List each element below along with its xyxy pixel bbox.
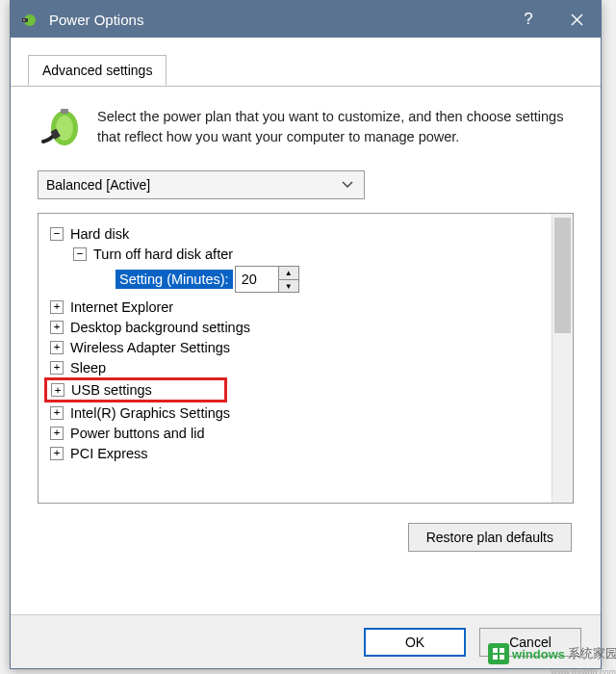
instruction-text: Select the power plan that you want to c…	[97, 107, 574, 153]
expand-icon[interactable]: +	[50, 300, 64, 314]
tree-node[interactable]: +USB settings	[44, 377, 227, 402]
tree-node-label: Power buttons and lid	[70, 426, 204, 441]
ok-button[interactable]: OK	[364, 628, 466, 657]
dialog-footer: OK Cancel	[11, 614, 601, 668]
tab-strip: Advanced settings	[28, 55, 601, 86]
tree-node[interactable]: −Hard disk	[50, 223, 548, 244]
header-row: Select the power plan that you want to c…	[38, 107, 574, 153]
tab-advanced-settings[interactable]: Advanced settings	[28, 55, 167, 86]
setting-label: Setting (Minutes):	[116, 270, 233, 289]
window-title: Power Options	[49, 12, 504, 28]
titlebar: Power Options ?	[11, 1, 601, 38]
tree-node-label: Wireless Adapter Settings	[70, 340, 230, 355]
expand-icon[interactable]: +	[50, 427, 64, 440]
restore-defaults-button[interactable]: Restore plan defaults	[408, 523, 572, 552]
tree-node[interactable]: +Sleep	[50, 357, 548, 377]
content-area: Advanced settings Select the power plan …	[11, 55, 601, 561]
tree-node-label: Desktop background settings	[70, 320, 250, 335]
setting-value[interactable]: 20	[236, 271, 278, 288]
expand-icon[interactable]: +	[50, 361, 64, 375]
help-button[interactable]: ?	[504, 1, 552, 38]
power-options-dialog: Power Options ? Advanced settings	[10, 0, 602, 669]
tree-node[interactable]: +Wireless Adapter Settings	[50, 337, 548, 357]
tree-node[interactable]: +Power buttons and lid	[50, 423, 548, 443]
tab-panel: Select the power plan that you want to c…	[11, 86, 601, 561]
tree-node-label: Hard disk	[70, 226, 129, 242]
svg-rect-7	[61, 109, 68, 114]
scrollbar-vertical[interactable]	[552, 214, 573, 503]
tree-node[interactable]: +Intel(R) Graphics Settings	[50, 402, 548, 423]
scroll-thumb[interactable]	[554, 218, 571, 333]
tree-node-label: Sleep	[70, 360, 106, 376]
collapse-icon[interactable]: −	[50, 227, 64, 241]
tree-node[interactable]: +Desktop background settings	[50, 317, 548, 337]
tree-node[interactable]: −Turn off hard disk after	[73, 244, 548, 264]
expand-icon[interactable]: +	[50, 447, 64, 460]
tree-node-label: PCI Express	[70, 446, 148, 461]
tree-node-label: Intel(R) Graphics Settings	[70, 405, 230, 421]
close-icon	[571, 13, 583, 26]
expand-icon[interactable]: +	[50, 406, 64, 420]
spin-up-button[interactable]: ▲	[279, 267, 298, 279]
power-plan-dropdown[interactable]: Balanced [Active]	[38, 170, 365, 199]
cancel-button[interactable]: Cancel	[479, 628, 581, 657]
svg-point-2	[23, 19, 25, 21]
tree-node-label: Internet Explorer	[70, 299, 173, 315]
expand-icon[interactable]: +	[50, 341, 64, 354]
settings-tree-container: −Hard disk−Turn off hard disk afterSetti…	[38, 213, 574, 504]
chevron-down-icon	[337, 175, 358, 194]
tree-node-label: Turn off hard disk after	[93, 246, 233, 262]
expand-icon[interactable]: +	[51, 383, 64, 397]
settings-tree[interactable]: −Hard disk−Turn off hard disk afterSetti…	[38, 214, 552, 503]
expand-icon[interactable]: +	[50, 321, 64, 334]
restore-row: Restore plan defaults	[38, 523, 574, 552]
power-plan-selected: Balanced [Active]	[46, 177, 150, 193]
collapse-icon[interactable]: −	[73, 247, 87, 261]
setting-row: Setting (Minutes):20▲▼	[116, 266, 548, 293]
close-button[interactable]	[552, 1, 601, 38]
power-icon	[20, 10, 39, 29]
battery-plug-icon	[38, 107, 84, 153]
spin-down-button[interactable]: ▼	[279, 279, 298, 292]
tree-node[interactable]: +Internet Explorer	[50, 297, 548, 317]
tree-node-label: USB settings	[71, 382, 152, 398]
tab-underline	[11, 86, 601, 87]
tree-node[interactable]: +PCI Express	[50, 443, 548, 463]
setting-spinner[interactable]: 20▲▼	[235, 266, 299, 293]
